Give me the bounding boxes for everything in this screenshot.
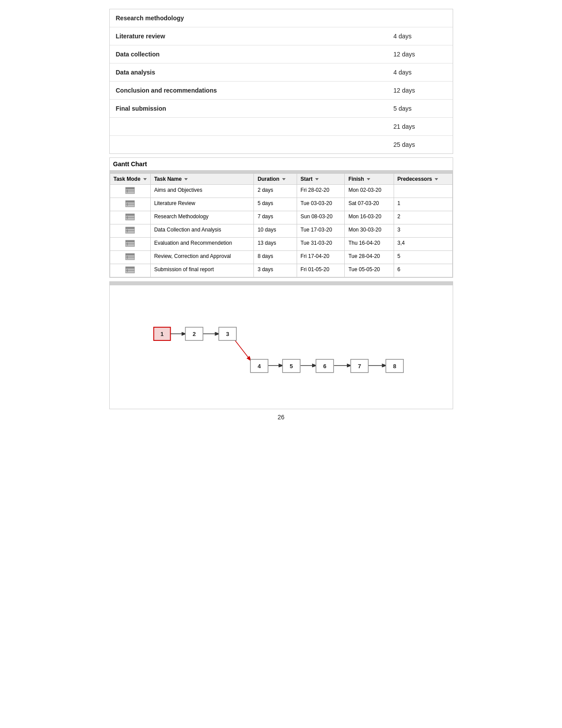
col-task-name[interactable]: Task Name — [150, 174, 254, 185]
task-start-cell: Sun 08-03-20 — [297, 211, 345, 224]
col-finish[interactable]: Finish — [345, 174, 394, 185]
col-duration[interactable]: Duration — [254, 174, 297, 185]
gantt-table: Task Mode Task Name Duration — [110, 173, 453, 277]
task-duration-cell: 13 days — [254, 238, 297, 251]
svg-rect-13 — [126, 227, 134, 229]
table-row: Evaluation and Recommendetion13 daysTue … — [110, 238, 452, 251]
item-duration: 5 days — [394, 105, 447, 112]
item-name: Data analysis — [116, 69, 394, 76]
task-mode-icon — [125, 227, 135, 234]
task-predecessors-cell: 6 — [394, 264, 452, 277]
task-duration-cell: 3 days — [254, 264, 297, 277]
svg-rect-25 — [126, 267, 134, 269]
list-item: Literature review 4 days — [110, 27, 453, 45]
task-mode-cell — [110, 198, 150, 211]
svg-text:8: 8 — [393, 363, 396, 370]
items-table: Research methodology Literature review 4… — [109, 9, 453, 154]
task-name-cell: Aims and Objectives — [150, 185, 254, 198]
col-predecessors[interactable]: Predecessors — [394, 174, 452, 185]
svg-text:7: 7 — [357, 363, 361, 370]
task-finish-cell: Thu 16-04-20 — [345, 238, 394, 251]
task-start-cell: Tue 03-03-20 — [297, 198, 345, 211]
svg-line-30 — [235, 340, 250, 360]
col-start[interactable]: Start — [297, 174, 345, 185]
task-finish-cell: Mon 02-03-20 — [345, 185, 394, 198]
task-predecessors-cell — [394, 185, 452, 198]
task-start-cell: Fri 28-02-20 — [297, 185, 345, 198]
item-name: Data collection — [116, 51, 394, 58]
list-item: Data analysis 4 days — [110, 63, 453, 82]
task-mode-cell — [110, 224, 150, 238]
svg-rect-17 — [126, 240, 134, 242]
task-mode-icon — [125, 240, 135, 247]
task-start-cell: Tue 17-03-20 — [297, 224, 345, 238]
sort-arrow-icon — [184, 178, 188, 180]
item-duration: 12 days — [394, 87, 447, 94]
svg-rect-1 — [126, 187, 134, 189]
list-item: 25 days — [110, 136, 453, 153]
table-row: Literature Review5 daysTue 03-03-20Sat 0… — [110, 198, 452, 211]
task-mode-cell — [110, 185, 150, 198]
list-item: Conclusion and recommendations 12 days — [110, 82, 453, 100]
task-name-cell: Literature Review — [150, 198, 254, 211]
sort-arrow-icon — [143, 178, 147, 180]
network-diagram-section: 1 2 3 4 5 6 7 — [109, 281, 453, 409]
task-mode-icon — [125, 213, 135, 220]
list-item: Data collection 12 days — [110, 45, 453, 63]
task-duration-cell: 7 days — [254, 211, 297, 224]
task-finish-cell: Tue 28-04-20 — [345, 251, 394, 264]
svg-rect-9 — [126, 214, 134, 216]
task-start-cell: Fri 01-05-20 — [297, 264, 345, 277]
task-predecessors-cell: 1 — [394, 198, 452, 211]
task-predecessors-cell: 3 — [394, 224, 452, 238]
item-duration: 12 days — [394, 51, 447, 58]
task-start-cell: Tue 31-03-20 — [297, 238, 345, 251]
task-mode-icon — [125, 187, 135, 194]
svg-text:3: 3 — [226, 331, 229, 337]
svg-text:4: 4 — [257, 363, 261, 370]
task-finish-cell: Mon 16-03-20 — [345, 211, 394, 224]
sort-arrow-icon — [435, 178, 438, 180]
gantt-section: Gantt Chart Task Mode Task Name — [109, 157, 453, 278]
list-item: 21 days — [110, 118, 453, 136]
list-item: Research methodology — [110, 9, 453, 27]
table-row: Submission of final report3 daysFri 01-0… — [110, 264, 452, 277]
task-finish-cell: Tue 05-05-20 — [345, 264, 394, 277]
task-name-cell: Data Collection and Analysis — [150, 224, 254, 238]
gantt-title: Gantt Chart — [110, 158, 453, 171]
task-name-cell: Review, Correction and Approval — [150, 251, 254, 264]
item-duration: 4 days — [394, 33, 447, 40]
table-row: Aims and Objectives2 daysFri 28-02-20Mon… — [110, 185, 452, 198]
svg-text:1: 1 — [160, 331, 164, 337]
sort-arrow-icon — [367, 178, 370, 180]
task-mode-cell — [110, 264, 150, 277]
network-svg: 1 2 3 4 5 6 7 — [110, 285, 453, 409]
task-mode-cell — [110, 211, 150, 224]
network-diagram: 1 2 3 4 5 6 7 — [110, 285, 453, 409]
svg-text:2: 2 — [192, 331, 195, 337]
sort-arrow-icon — [315, 178, 319, 180]
list-item: Final submission 5 days — [110, 100, 453, 118]
task-name-cell: Evaluation and Recommendetion — [150, 238, 254, 251]
task-predecessors-cell: 5 — [394, 251, 452, 264]
item-duration: 21 days — [394, 123, 447, 130]
task-duration-cell: 2 days — [254, 185, 297, 198]
col-header-task-name: Task Name — [154, 176, 182, 182]
col-header-start: Start — [301, 176, 313, 182]
col-task-mode[interactable]: Task Mode — [110, 174, 150, 185]
svg-text:6: 6 — [323, 363, 326, 370]
task-start-cell: Fri 17-04-20 — [297, 251, 345, 264]
task-predecessors-cell: 2 — [394, 211, 452, 224]
page-number: 26 — [109, 414, 453, 421]
col-header-duration: Duration — [257, 176, 279, 182]
item-duration: 4 days — [394, 69, 447, 76]
item-duration: 25 days — [394, 141, 447, 148]
task-name-cell: Submission of final report — [150, 264, 254, 277]
svg-text:5: 5 — [290, 363, 293, 370]
table-row: Review, Correction and Approval8 daysFri… — [110, 251, 452, 264]
item-name: Conclusion and recommendations — [116, 87, 394, 94]
table-row: Data Collection and Analysis10 daysTue 1… — [110, 224, 452, 238]
task-mode-icon — [125, 200, 135, 207]
col-header-predecessors: Predecessors — [398, 176, 432, 182]
task-duration-cell: 8 days — [254, 251, 297, 264]
